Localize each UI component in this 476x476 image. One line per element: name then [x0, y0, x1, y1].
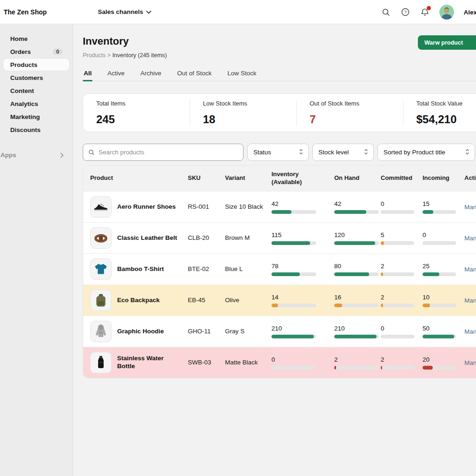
stat-value: 7 — [310, 113, 390, 126]
breadcrumb: Products > Inventory (245 items) — [83, 52, 476, 59]
product-cell: Eco Backpack — [90, 290, 188, 311]
on-hand-cell: 2 — [334, 356, 381, 370]
sidebar-item-discounts[interactable]: Discounts — [3, 124, 69, 136]
metric-value: 0 — [381, 325, 423, 332]
incoming-cell: 0 — [423, 231, 464, 245]
metric-value: 14 — [271, 294, 334, 301]
sidebar-item-home[interactable]: Home — [3, 33, 69, 45]
tab-archive[interactable]: Archive — [139, 67, 162, 81]
metric-value: 115 — [271, 231, 334, 238]
metric-value: 10 — [423, 294, 464, 301]
metric-value: 2 — [381, 263, 423, 270]
tab-low-stock[interactable]: Low Stock — [226, 67, 257, 81]
sku-cell: SWB-03 — [188, 358, 225, 367]
committed-cell: 0 — [381, 325, 423, 338]
breadcrumb-separator: > — [107, 52, 111, 59]
stock-bar-fill — [381, 241, 384, 245]
stock-bar — [423, 304, 456, 307]
sidebar-item-customers[interactable]: Customers — [3, 72, 69, 84]
breadcrumb-products[interactable]: Products — [83, 52, 106, 59]
select-caret-icon — [364, 148, 369, 157]
committed-cell: 2 — [381, 263, 423, 276]
stat-label: Total Items — [96, 100, 177, 107]
new-product-button[interactable]: Warw product — [418, 35, 476, 50]
metric-value: 0 — [423, 231, 464, 238]
stock-bar-fill — [271, 272, 300, 276]
table-row-stainless-water-bottle: Stainless Water BottleSWB-03Matte Black0… — [83, 347, 476, 378]
sidebar-item-label: Customers — [10, 74, 43, 81]
variant-cell: Size 10 Black — [225, 203, 271, 211]
sidebar-item-analytics[interactable]: Analytics — [3, 98, 69, 110]
help-icon[interactable]: ? — [400, 7, 410, 17]
bell-icon[interactable] — [420, 7, 430, 17]
manage-link[interactable]: Manage — [464, 204, 476, 211]
variant-cell: Olive — [225, 296, 271, 304]
stock-bar-fill — [334, 272, 369, 276]
tab-out-of-stock[interactable]: Out of Stock — [176, 67, 212, 81]
inventory-available-cell: 78 — [271, 263, 334, 276]
filter-select-stock-level[interactable]: Stock level — [312, 144, 374, 161]
svg-text:?: ? — [404, 10, 407, 14]
tab-active[interactable]: Active — [106, 67, 126, 81]
action-cell: Manage — [464, 327, 476, 336]
search-icon[interactable] — [381, 7, 391, 17]
avatar[interactable] — [439, 5, 454, 20]
stock-bar — [423, 210, 456, 214]
sidebar-item-apps[interactable]: Apps — [0, 149, 73, 161]
inventory-table: ProductSKUVariantInventory (Available)On… — [83, 165, 476, 378]
sales-channels-menu[interactable]: Sales channels — [98, 8, 152, 15]
page-title: Inventory — [83, 35, 476, 47]
table-row-graphic-hoodie: Graphic HoodieGHO-11Gray S210210050Manag… — [83, 316, 476, 347]
tab-all[interactable]: All — [83, 67, 93, 81]
select-caret-icon — [465, 148, 470, 157]
search-products-input[interactable] — [99, 149, 238, 156]
stock-bar — [423, 272, 456, 276]
tab-bar: AllActiveArchiveOut of StockLow Stock — [83, 67, 476, 81]
stock-bar — [381, 272, 414, 276]
user-name[interactable]: Alex — [463, 9, 476, 16]
manage-link[interactable]: Manage — [464, 328, 476, 335]
sidebar-item-content[interactable]: Content — [3, 85, 69, 97]
sku-cell: CLB-20 — [188, 234, 225, 242]
stat-label: Out of Stock Items — [310, 100, 390, 107]
filter-select-status[interactable]: Status — [247, 144, 309, 161]
metric-value: 120 — [334, 231, 381, 238]
manage-link[interactable]: Manage — [464, 297, 476, 304]
filter-select-sorted-by-product-title[interactable]: Sorted by Product title — [377, 144, 475, 161]
action-cell: Manage — [464, 203, 476, 211]
stock-bar — [271, 241, 316, 245]
product-cell: Aero Runner Shoes — [90, 196, 188, 218]
stock-bar — [271, 304, 316, 307]
sidebar-item-orders[interactable]: Orders0 — [3, 46, 69, 58]
topbar: The Zen Shop Sales channels ? Alex — [0, 0, 476, 24]
stock-bar — [381, 210, 414, 214]
product-cell: Graphic Hoodie — [90, 321, 188, 342]
column-header-variant: Variant — [225, 174, 271, 182]
stock-bar-fill — [381, 366, 382, 370]
sidebar-item-label: Marketing — [10, 113, 40, 120]
sidebar-item-marketing[interactable]: Marketing — [3, 111, 69, 123]
metric-value: 42 — [334, 200, 381, 207]
stock-bar-fill — [334, 335, 377, 338]
stock-bar — [423, 366, 456, 370]
manage-link[interactable]: Manage — [464, 359, 476, 366]
filter-bar: StatusStock levelSorted by Product title — [83, 144, 476, 161]
stat-total-stock-value: Total Stock Value$54,210 — [403, 100, 476, 126]
sidebar-item-products[interactable]: Products — [3, 59, 69, 71]
manage-link[interactable]: Manage — [464, 235, 476, 242]
sidebar-item-label: Home — [10, 35, 28, 42]
action-cell: Manage — [464, 234, 476, 242]
stock-bar — [334, 210, 379, 214]
metric-value: 20 — [423, 356, 464, 363]
table-header-row: ProductSKUVariantInventory (Available)On… — [83, 165, 476, 191]
metric-value: 0 — [381, 200, 423, 207]
manage-link[interactable]: Manage — [464, 266, 476, 273]
stock-bar — [423, 241, 456, 245]
inventory-available-cell: 42 — [271, 200, 334, 214]
sku-cell: EB-45 — [188, 296, 225, 304]
search-products-box[interactable] — [83, 144, 244, 161]
stock-bar-fill — [271, 335, 314, 338]
metric-value: 5 — [381, 231, 423, 238]
stock-bar-fill — [423, 335, 454, 338]
incoming-cell: 20 — [423, 356, 464, 370]
